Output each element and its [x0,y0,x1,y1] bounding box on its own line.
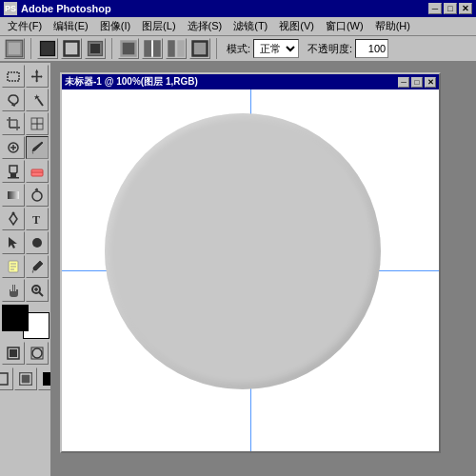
maximize-button[interactable]: □ [444,3,457,14]
tool-path-select[interactable] [2,231,25,254]
toolbar-square-2[interactable] [61,38,82,59]
screen-mode-3[interactable] [38,367,53,390]
tool-preset-btn[interactable] [4,38,25,59]
color-swatch-area [2,305,50,339]
tool-healing[interactable] [2,136,25,159]
menu-layer[interactable]: 图层(L) [136,17,181,35]
document-canvas [62,89,439,451]
separator-2 [111,38,112,59]
document-buttons: ─ □ ✕ [398,77,436,88]
tool-marquee-rect[interactable] [2,65,25,88]
tool-eyedropper[interactable] [26,255,49,278]
foreground-color-swatch[interactable] [2,305,29,331]
tool-row-5 [2,160,49,183]
menu-view[interactable]: 视图(V) [273,17,320,35]
tool-slice[interactable] [26,112,49,135]
doc-maximize-button[interactable]: □ [411,77,423,88]
toolbar-btn-4[interactable] [118,38,139,59]
tool-row-10 [2,279,49,302]
tool-dodge[interactable] [26,184,49,207]
svg-point-36 [12,212,15,215]
opacity-label: 不透明度: [307,42,352,56]
crop-icon [6,116,21,131]
mode-select[interactable]: 正常 [253,39,299,58]
tool-preset-icon [5,39,24,58]
doc-minimize-button[interactable]: ─ [398,77,409,88]
svg-rect-10 [168,40,175,57]
toolbar-btn-5[interactable] [142,38,163,59]
svg-rect-5 [90,44,100,53]
minimize-button[interactable]: ─ [428,3,442,14]
options-bar: 模式: 正常 不透明度: [0,36,476,63]
tool-eraser[interactable] [26,160,49,183]
toolbar-btn-7[interactable] [189,38,210,59]
tool-type[interactable]: T [26,208,49,230]
document-title: 未标器-1 @ 100%(图层 1,RGB) [65,75,398,89]
tool-notes[interactable] [2,255,25,278]
square-icon-3 [86,39,105,58]
tool-move[interactable] [26,65,49,88]
slice-icon [30,116,45,131]
shape-icon [30,235,45,250]
tool-magic-wand[interactable] [26,89,49,111]
screen-mode-2[interactable] [14,367,37,390]
toolbar-square-1[interactable] [37,38,58,59]
menu-image[interactable]: 图像(I) [94,17,136,35]
menu-edit[interactable]: 编辑(E) [48,17,94,35]
tool-brush[interactable] [26,136,49,159]
menu-help[interactable]: 帮助(H) [369,17,416,35]
left-toolbar: T [0,63,52,476]
close-button[interactable]: ✕ [459,3,472,14]
screen-mode-row [0,367,52,390]
svg-rect-32 [8,191,19,199]
menu-filter[interactable]: 滤镜(T) [228,17,273,35]
svg-rect-51 [31,347,43,359]
svg-marker-38 [9,237,17,248]
tool-hand[interactable] [2,279,25,302]
type-icon: T [30,211,45,227]
menu-file[interactable]: 文件(F) [2,17,48,35]
tool-zoom[interactable] [26,279,49,302]
tool-gradient[interactable] [2,184,25,207]
svg-rect-11 [177,40,185,57]
tool-stamp[interactable] [2,160,25,183]
tool-lasso[interactable] [2,89,25,111]
opacity-input[interactable] [355,39,388,58]
app-title-text: Adobe Photoshop [21,3,428,14]
marquee-rect-icon [6,69,21,84]
gradient-icon [6,188,21,203]
btn7-icon [190,39,209,58]
tool-row-6 [2,184,49,207]
pen-icon [6,211,21,227]
quick-mask-icon [30,346,45,361]
toolbar-btn-6[interactable] [166,38,187,59]
menu-select[interactable]: 选择(S) [182,17,228,35]
svg-point-39 [32,238,42,248]
toolbar-square-3[interactable] [85,38,106,59]
menu-window[interactable]: 窗口(W) [320,17,369,35]
healing-icon [6,140,21,155]
doc-close-button[interactable]: ✕ [425,77,436,88]
tool-crop[interactable] [2,112,25,135]
brush-icon [30,140,45,155]
standard-mode-btn[interactable] [2,342,25,365]
tool-row-3 [2,112,49,135]
separator-3 [216,38,217,59]
magic-wand-icon [30,92,45,108]
tool-row-7: T [2,208,49,230]
tool-row-1 [2,65,49,88]
tool-pen[interactable] [2,208,25,230]
svg-line-45 [39,292,43,296]
screen2-icon [18,371,33,387]
screen-mode-1[interactable] [0,367,13,390]
screen3-icon [42,371,53,387]
svg-text:T: T [32,213,40,227]
tool-row-8 [2,231,49,254]
path-select-icon [6,235,21,250]
svg-marker-15 [31,69,43,83]
canvas-area: 未标器-1 @ 100%(图层 1,RGB) ─ □ ✕ [52,63,476,476]
zoom-icon [30,283,45,298]
quick-mask-btn[interactable] [26,342,49,365]
dodge-icon [30,188,45,203]
tool-shape[interactable] [26,231,49,254]
